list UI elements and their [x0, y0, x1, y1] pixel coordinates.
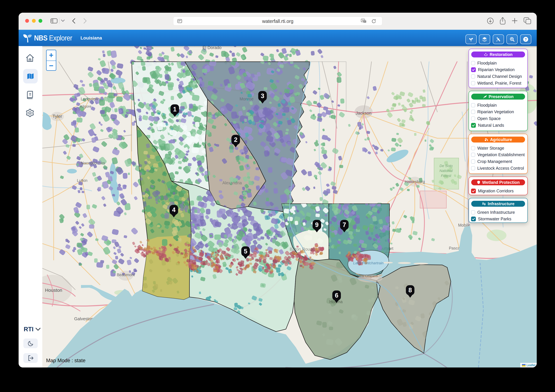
svg-text:Hattiesburg: Hattiesburg [405, 179, 425, 184]
svg-text:Houston: Houston [45, 288, 62, 293]
svg-text:Nacogdoches: Nacogdoches [81, 161, 105, 165]
svg-text:Longview: Longview [81, 97, 98, 101]
svg-text:Forest: Forest [441, 174, 451, 178]
svg-text:National: National [439, 169, 453, 173]
svg-text:Kilgore: Kilgore [80, 104, 91, 109]
svg-text:8: 8 [408, 287, 412, 294]
svg-text:1: 1 [173, 106, 176, 113]
svg-text:5: 5 [244, 248, 247, 255]
svg-text:New Orleans: New Orleans [357, 274, 378, 278]
svg-text:Lake Pontchartrain: Lake Pontchartrain [353, 261, 384, 265]
svg-text:Tyler: Tyler [52, 114, 62, 119]
svg-text:Alexandria: Alexandria [222, 181, 242, 185]
svg-text:2: 2 [234, 136, 237, 143]
svg-text:7: 7 [343, 221, 346, 228]
svg-text:Monroe: Monroe [240, 97, 254, 101]
svg-text:4: 4 [172, 206, 175, 213]
svg-text:De Soto: De Soto [439, 164, 453, 168]
svg-text:Baton Rouge: Baton Rouge [290, 247, 315, 252]
svg-text:x: x [365, 21, 365, 22]
svg-text:6: 6 [335, 292, 338, 299]
svg-text:Beaumont: Beaumont [117, 273, 135, 277]
svg-text:9: 9 [315, 221, 319, 228]
svg-text:?: ? [525, 37, 527, 41]
svg-text:Lufkin: Lufkin [77, 178, 88, 183]
svg-text:3: 3 [261, 93, 264, 99]
svg-text:Jackson: Jackson [356, 111, 371, 116]
